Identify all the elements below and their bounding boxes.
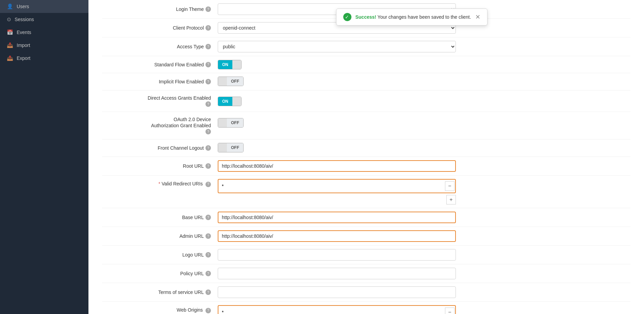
implicit-flow-toggle-knob: [218, 77, 227, 86]
root-url-row: Root URL ?: [102, 157, 630, 176]
logo-url-label: Logo URL ?: [102, 252, 218, 258]
logo-url-control: [218, 249, 456, 261]
access-type-select[interactable]: public confidential bearer-only: [218, 41, 456, 52]
web-origins-control: − +: [218, 305, 456, 314]
admin-url-input[interactable]: [218, 230, 456, 242]
sidebar-item-events-label: Events: [17, 30, 31, 35]
terms-of-service-url-label: Terms of service URL ?: [102, 290, 218, 295]
web-origins-input[interactable]: [219, 307, 443, 314]
implicit-flow-toggle[interactable]: OFF: [218, 77, 244, 86]
base-url-input[interactable]: [218, 212, 456, 223]
valid-redirect-uris-add-button[interactable]: +: [446, 195, 456, 204]
base-url-label: Base URL ?: [102, 215, 218, 220]
terms-of-service-url-input[interactable]: [218, 286, 456, 298]
standard-flow-toggle-knob: [232, 60, 241, 69]
success-toast: ✓ Success! Your changes have been saved …: [336, 9, 487, 26]
users-icon: 👤: [7, 3, 13, 10]
standard-flow-toggle[interactable]: ON: [218, 60, 242, 69]
front-channel-logout-help-icon[interactable]: ?: [205, 145, 211, 151]
terms-of-service-url-help-icon[interactable]: ?: [205, 290, 211, 295]
oauth-device-row: OAuth 2.0 Device Authorization Grant Ena…: [102, 112, 630, 139]
main-content: Login Theme ? Client Protocol ? open: [88, 0, 644, 314]
implicit-flow-control: OFF: [218, 77, 456, 87]
valid-redirect-uris-row: * Valid Redirect URIs ? − +: [102, 176, 630, 208]
front-channel-logout-toggle-knob: [218, 143, 227, 152]
valid-redirect-uris-remove-button[interactable]: −: [445, 181, 455, 191]
valid-redirect-uris-help-icon[interactable]: ?: [205, 182, 211, 187]
implicit-flow-help-icon[interactable]: ?: [205, 79, 211, 84]
front-channel-logout-row: Front Channel Logout ? OFF: [102, 139, 630, 157]
valid-redirect-uris-control: − +: [218, 179, 456, 204]
sidebar-item-sessions[interactable]: ⊙ Sessions: [0, 13, 88, 26]
toast-close-button[interactable]: ✕: [475, 14, 480, 20]
login-theme-help-icon[interactable]: ?: [205, 6, 211, 12]
policy-url-control: [218, 268, 456, 279]
web-origins-row: Web Origins ? − +: [102, 302, 630, 314]
main-wrapper: ✓ Success! Your changes have been saved …: [88, 0, 644, 314]
terms-of-service-url-control: [218, 286, 456, 298]
logo-url-row: Logo URL ?: [102, 246, 630, 264]
implicit-flow-label: Implicit Flow Enabled ?: [102, 79, 218, 84]
oauth-device-toggle[interactable]: OFF: [218, 118, 244, 128]
oauth-device-toggle-knob: [218, 118, 227, 127]
front-channel-logout-toggle[interactable]: OFF: [218, 143, 244, 152]
login-theme-label: Login Theme ?: [102, 6, 218, 12]
direct-access-grants-help-icon[interactable]: ?: [205, 101, 211, 107]
sidebar: 👤 Users ⊙ Sessions 📅 Events 📥 Import 📤 E…: [0, 0, 88, 314]
direct-access-grants-toggle[interactable]: ON: [218, 97, 242, 106]
admin-url-row: Admin URL ?: [102, 227, 630, 246]
success-check-icon: ✓: [343, 13, 351, 21]
admin-url-control: [218, 230, 456, 242]
root-url-help-icon[interactable]: ?: [205, 163, 211, 169]
policy-url-input[interactable]: [218, 268, 456, 279]
client-protocol-label: Client Protocol ?: [102, 25, 218, 31]
policy-url-label: Policy URL ?: [102, 271, 218, 276]
logo-url-input[interactable]: [218, 249, 456, 261]
client-protocol-help-icon[interactable]: ?: [205, 25, 211, 31]
events-icon: 📅: [7, 29, 13, 35]
base-url-control: [218, 212, 456, 223]
root-url-control: [218, 160, 456, 172]
root-url-label: Root URL ?: [102, 163, 218, 169]
standard-flow-row: Standard Flow Enabled ? ON: [102, 56, 630, 73]
access-type-row: Access Type ? public confidential bearer…: [102, 37, 630, 56]
web-origins-remove-button[interactable]: −: [445, 308, 455, 314]
sidebar-item-users-label: Users: [17, 4, 29, 9]
implicit-flow-row: Implicit Flow Enabled ? OFF: [102, 73, 630, 90]
access-type-control: public confidential bearer-only: [218, 41, 456, 52]
direct-access-grants-control: ON: [218, 95, 456, 106]
direct-access-grants-toggle-knob: [232, 97, 241, 106]
direct-access-grants-label: Direct Access Grants Enabled ?: [102, 95, 218, 107]
standard-flow-help-icon[interactable]: ?: [205, 62, 211, 67]
sidebar-item-sessions-label: Sessions: [15, 17, 34, 22]
logo-url-help-icon[interactable]: ?: [205, 252, 211, 258]
sidebar-item-import-label: Import: [17, 43, 30, 48]
terms-of-service-url-row: Terms of service URL ?: [102, 283, 630, 302]
web-origins-help-icon[interactable]: ?: [205, 308, 211, 313]
direct-access-grants-row: Direct Access Grants Enabled ? ON: [102, 90, 630, 112]
valid-redirect-uris-label: * Valid Redirect URIs ?: [102, 179, 218, 187]
sessions-icon: ⊙: [7, 16, 11, 22]
success-message: Success! Your changes have been saved to…: [355, 14, 471, 20]
sidebar-item-export-label: Export: [17, 55, 30, 61]
oauth-device-control: OFF: [218, 117, 456, 128]
export-icon: 📤: [7, 55, 13, 61]
import-icon: 📥: [7, 42, 13, 48]
front-channel-logout-control: OFF: [218, 143, 456, 153]
root-url-input[interactable]: [218, 160, 456, 172]
standard-flow-control: ON: [218, 60, 456, 69]
admin-url-label: Admin URL ?: [102, 233, 218, 239]
sidebar-item-import[interactable]: 📥 Import: [0, 39, 88, 52]
sidebar-item-export[interactable]: 📤 Export: [0, 52, 88, 65]
valid-redirect-uris-input[interactable]: [219, 180, 443, 192]
oauth-device-label: OAuth 2.0 Device Authorization Grant Ena…: [102, 117, 218, 134]
oauth-device-help-icon[interactable]: ?: [205, 129, 211, 134]
policy-url-help-icon[interactable]: ?: [205, 271, 211, 276]
access-type-help-icon[interactable]: ?: [205, 44, 211, 49]
sidebar-item-users[interactable]: 👤 Users: [0, 0, 88, 13]
base-url-help-icon[interactable]: ?: [205, 215, 211, 220]
standard-flow-label: Standard Flow Enabled ?: [102, 62, 218, 67]
admin-url-help-icon[interactable]: ?: [205, 233, 211, 239]
web-origins-label: Web Origins ?: [102, 305, 218, 313]
sidebar-item-events[interactable]: 📅 Events: [0, 26, 88, 39]
